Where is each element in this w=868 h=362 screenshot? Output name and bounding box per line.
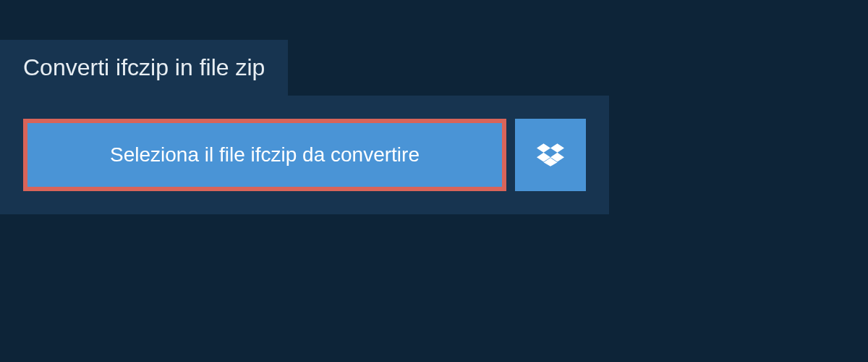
dropbox-icon bbox=[537, 141, 564, 169]
select-file-label: Seleziona il file ifczip da convertire bbox=[110, 143, 420, 167]
tab-convert[interactable]: Converti ifczip in file zip bbox=[0, 40, 288, 96]
select-file-button[interactable]: Seleziona il file ifczip da convertire bbox=[23, 119, 506, 191]
conversion-panel: Seleziona il file ifczip da convertire bbox=[0, 96, 609, 214]
dropbox-button[interactable] bbox=[515, 119, 586, 191]
button-row: Seleziona il file ifczip da convertire bbox=[23, 119, 586, 191]
tab-title: Converti ifczip in file zip bbox=[23, 54, 265, 80]
